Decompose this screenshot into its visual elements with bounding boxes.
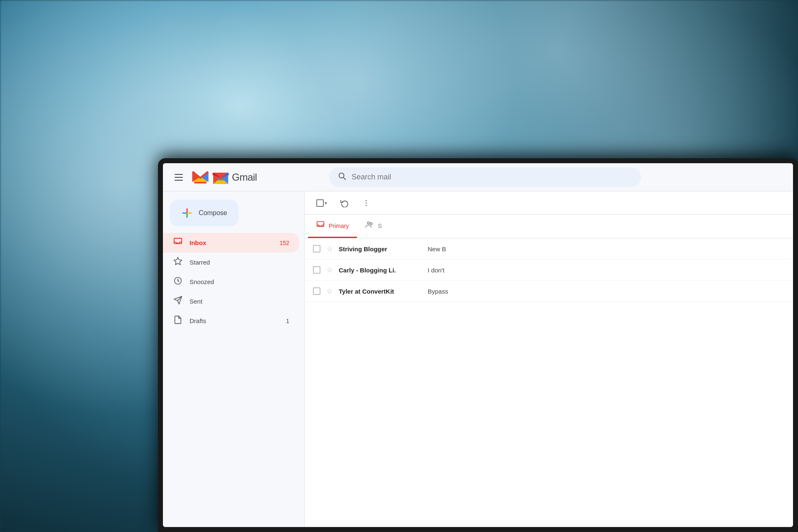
inbox-badge: 152: [280, 240, 289, 246]
email-checkbox[interactable]: [313, 287, 320, 295]
snoozed-icon: [173, 276, 183, 287]
sent-label: Sent: [190, 298, 289, 305]
email-checkbox[interactable]: [313, 245, 320, 253]
email-row[interactable]: ☆ Carly - Blogging Li. I don't: [305, 260, 793, 281]
main-content: Compose Inbox 152: [163, 191, 793, 527]
email-sender: Carly - Blogging Li.: [339, 267, 422, 274]
gmail-m-icon: [191, 168, 209, 186]
select-all-checkbox[interactable]: [316, 199, 324, 207]
snoozed-label: Snoozed: [190, 278, 289, 285]
svg-point-11: [367, 222, 369, 224]
compose-label: Compose: [199, 209, 227, 217]
more-options-button[interactable]: [359, 196, 374, 211]
gmail-logo-icon: [212, 170, 229, 185]
refresh-button[interactable]: [337, 196, 352, 211]
svg-point-12: [370, 223, 372, 225]
svg-rect-10: [317, 222, 324, 227]
chevron-down-icon[interactable]: ▾: [325, 200, 327, 206]
star-icon[interactable]: ☆: [326, 265, 333, 275]
gmail-logo: Gmail: [191, 168, 257, 186]
sidebar-item-starred[interactable]: Starred: [163, 253, 299, 272]
email-preview: I don't: [428, 267, 785, 274]
email-checkbox[interactable]: [313, 266, 320, 274]
sent-icon: [173, 296, 183, 307]
starred-icon: [173, 257, 183, 268]
search-input[interactable]: [352, 173, 633, 181]
email-preview: New B: [428, 245, 785, 253]
starred-label: Starred: [190, 259, 289, 266]
star-icon[interactable]: ☆: [326, 244, 333, 253]
email-sender: Tyler at ConvertKit: [339, 288, 422, 295]
menu-button[interactable]: [171, 171, 186, 184]
tab-social[interactable]: S: [357, 215, 390, 238]
tabs-bar: Primary S: [305, 215, 793, 238]
tab-social-label: S: [378, 223, 382, 229]
search-icon: [337, 172, 347, 183]
header-left: Gmail: [171, 168, 321, 186]
compose-button[interactable]: Compose: [170, 200, 239, 226]
social-tab-icon: [365, 221, 374, 231]
svg-rect-5: [174, 238, 182, 244]
star-icon[interactable]: ☆: [326, 287, 333, 296]
header: Gmail: [163, 163, 793, 191]
refresh-icon: [340, 199, 349, 207]
more-vertical-icon: [362, 199, 370, 207]
sidebar-item-snoozed[interactable]: Snoozed: [163, 272, 299, 292]
sidebar-item-inbox[interactable]: Inbox 152: [163, 233, 299, 253]
email-preview: Bypass: [428, 288, 785, 295]
email-list: ☆ Striving Blogger New B ☆ Carly - Blogg…: [305, 238, 793, 527]
email-pane: ▾: [304, 191, 793, 527]
drafts-icon: [173, 315, 183, 326]
compose-icon: [181, 207, 193, 219]
tab-primary[interactable]: Primary: [308, 215, 357, 238]
gmail-title: Gmail: [232, 172, 257, 183]
inbox-icon: [173, 237, 183, 248]
sidebar-item-drafts[interactable]: Drafts 1: [163, 311, 299, 331]
drafts-badge: 1: [286, 318, 289, 324]
svg-point-8: [366, 202, 367, 203]
toolbar: ▾: [305, 191, 793, 215]
monitor-frame: Gmail: [158, 158, 798, 532]
screen: Gmail: [163, 163, 793, 527]
sidebar: Compose Inbox 152: [163, 191, 304, 527]
drafts-label: Drafts: [190, 317, 279, 324]
search-bar[interactable]: [329, 167, 641, 187]
svg-point-7: [366, 200, 367, 201]
primary-tab-icon: [316, 221, 325, 231]
svg-point-9: [366, 205, 367, 206]
email-row[interactable]: ☆ Tyler at ConvertKit Bypass: [305, 281, 793, 302]
email-row[interactable]: ☆ Striving Blogger New B: [305, 238, 793, 260]
sidebar-item-sent[interactable]: Sent: [163, 292, 299, 311]
email-sender: Striving Blogger: [339, 245, 422, 253]
select-all-button[interactable]: ▾: [313, 196, 330, 210]
tab-primary-label: Primary: [329, 223, 349, 229]
inbox-label: Inbox: [190, 239, 273, 246]
